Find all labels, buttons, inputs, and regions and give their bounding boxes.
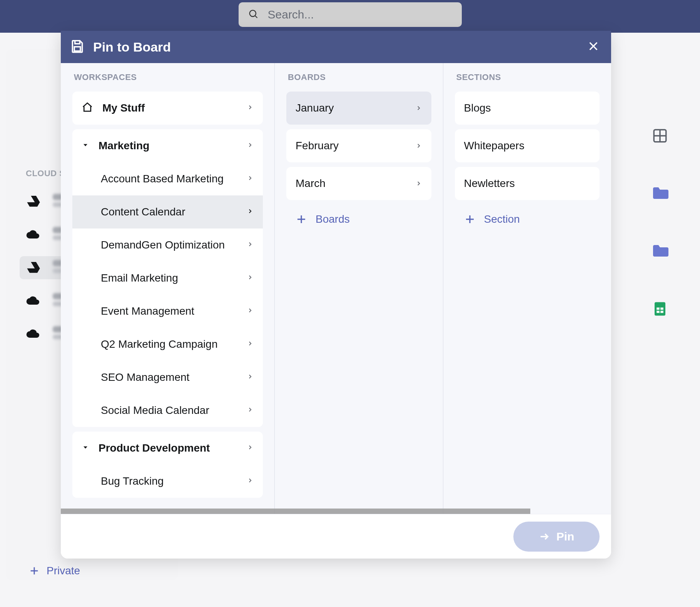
workspaces-column: WORKSPACES My Stuff	[61, 63, 274, 514]
cloud-icon	[26, 326, 41, 342]
workspace-subitem-label: SEO Management	[101, 371, 189, 384]
svg-point-0	[249, 10, 256, 17]
svg-rect-11	[74, 47, 80, 51]
add-private-link[interactable]: Private	[29, 565, 80, 577]
workspace-subitem-label: Email Marketing	[101, 272, 178, 284]
chevron-right-icon	[247, 241, 254, 249]
cloud-icon	[26, 293, 41, 309]
right-tool-col	[648, 49, 687, 320]
folder-icon[interactable]	[648, 182, 672, 205]
close-button[interactable]	[587, 40, 600, 54]
workspace-label: Product Development	[99, 442, 210, 454]
modal-title: Pin to Board	[93, 40, 171, 55]
workspace-subitem[interactable]: Social Media Calendar	[72, 394, 263, 427]
add-board-link[interactable]: Boards	[286, 205, 431, 234]
workspace-subitem-label: Account Based Marketing	[101, 173, 224, 185]
google-drive-icon	[26, 194, 41, 209]
section-item[interactable]: Blogs	[455, 92, 600, 125]
chevron-right-icon	[247, 477, 254, 485]
svg-marker-15	[84, 447, 87, 449]
horizontal-scrollbar[interactable]	[61, 509, 530, 514]
svg-line-1	[255, 16, 257, 18]
section-item-label: Newletters	[464, 177, 515, 190]
board-item[interactable]: March	[286, 167, 431, 200]
google-drive-icon	[26, 260, 41, 275]
board-item-label: February	[296, 140, 339, 152]
workspace-subitem[interactable]: Q2 Marketing Campaign	[72, 328, 263, 361]
svg-marker-14	[84, 144, 87, 147]
modal-footer: Pin	[61, 514, 611, 559]
board-item-label: January	[296, 102, 334, 114]
workspace-subitem[interactable]: Bug Tracking	[72, 465, 263, 498]
workspace-my-stuff[interactable]: My Stuff	[72, 92, 263, 125]
workspace-subitem-label: DemandGen Optimization	[101, 239, 225, 251]
pin-button-label: Pin	[556, 530, 575, 543]
caret-down-icon	[82, 141, 89, 150]
search-placeholder: Search...	[268, 8, 314, 21]
workspace-subitem-label: Q2 Marketing Campaign	[101, 338, 217, 350]
section-item-label: Whitepapers	[464, 140, 525, 152]
section-item[interactable]: Whitepapers	[455, 129, 600, 162]
workspace-product-dev[interactable]: Product Development	[72, 432, 263, 465]
app-header: Search...	[0, 0, 700, 33]
workspace-subitem-label: Social Media Calendar	[101, 404, 209, 417]
chevron-right-icon	[247, 208, 254, 216]
chevron-right-icon	[415, 177, 422, 190]
boards-col-title: BOARDS	[286, 72, 431, 82]
section-item-label: Blogs	[464, 102, 491, 114]
workspace-subitem[interactable]: Account Based Marketing	[72, 162, 263, 195]
folder-icon[interactable]	[648, 240, 672, 263]
chevron-right-icon	[415, 102, 422, 114]
workspace-marketing-group: Marketing Account Based MarketingContent…	[72, 129, 263, 427]
chevron-right-icon	[247, 373, 254, 382]
pin-button[interactable]: Pin	[513, 522, 600, 552]
save-icon	[70, 39, 85, 55]
section-item[interactable]: Newletters	[455, 167, 600, 200]
add-board-label: Boards	[316, 213, 350, 225]
modal-header: Pin to Board	[61, 31, 611, 63]
board-item-label: March	[296, 177, 326, 190]
pin-to-board-modal: Pin to Board WORKSPACES My Stuff	[61, 31, 611, 559]
chevron-right-icon	[415, 140, 422, 152]
board-item[interactable]: February	[286, 129, 431, 162]
chevron-right-icon	[247, 175, 254, 183]
workspace-subitem[interactable]: SEO Management	[72, 361, 263, 394]
sheets-icon[interactable]	[648, 297, 672, 320]
chevron-right-icon	[247, 142, 254, 150]
home-icon	[82, 102, 93, 115]
workspaces-col-title: WORKSPACES	[72, 72, 263, 82]
chevron-right-icon	[247, 307, 254, 315]
chevron-right-icon	[247, 104, 254, 112]
boards-column: BOARDS JanuaryFebruaryMarch Boards	[275, 63, 443, 514]
workspace-label: Marketing	[99, 140, 149, 152]
grid-view-icon[interactable]	[648, 124, 672, 147]
workspace-marketing[interactable]: Marketing	[72, 129, 263, 162]
cloud-icon	[26, 227, 41, 242]
global-search[interactable]: Search...	[239, 2, 462, 27]
workspace-product-dev-group: Product Development Bug Tracking	[72, 432, 263, 498]
chevron-right-icon	[247, 444, 254, 452]
search-icon	[248, 8, 259, 21]
workspace-subitem[interactable]: Content Calendar	[72, 195, 263, 228]
workspace-subitem[interactable]: Email Marketing	[72, 262, 263, 295]
sections-col-title: SECTIONS	[455, 72, 600, 82]
add-section-link[interactable]: Section	[455, 205, 600, 234]
workspace-subitem-label: Bug Tracking	[101, 475, 164, 487]
chevron-right-icon	[247, 274, 254, 282]
add-section-label: Section	[484, 213, 520, 225]
sections-column: SECTIONS BlogsWhitepapersNewletters Sect…	[443, 63, 611, 514]
workspace-subitem[interactable]: Event Management	[72, 295, 263, 328]
chevron-right-icon	[247, 406, 254, 415]
workspace-subitem-label: Content Calendar	[101, 206, 185, 218]
workspace-subitem[interactable]: DemandGen Optimization	[72, 228, 263, 262]
chevron-right-icon	[247, 340, 254, 349]
caret-down-icon	[82, 444, 89, 453]
board-item[interactable]: January	[286, 92, 431, 125]
workspace-label: My Stuff	[102, 102, 145, 114]
add-private-label: Private	[47, 565, 80, 577]
workspace-subitem-label: Event Management	[101, 305, 194, 317]
